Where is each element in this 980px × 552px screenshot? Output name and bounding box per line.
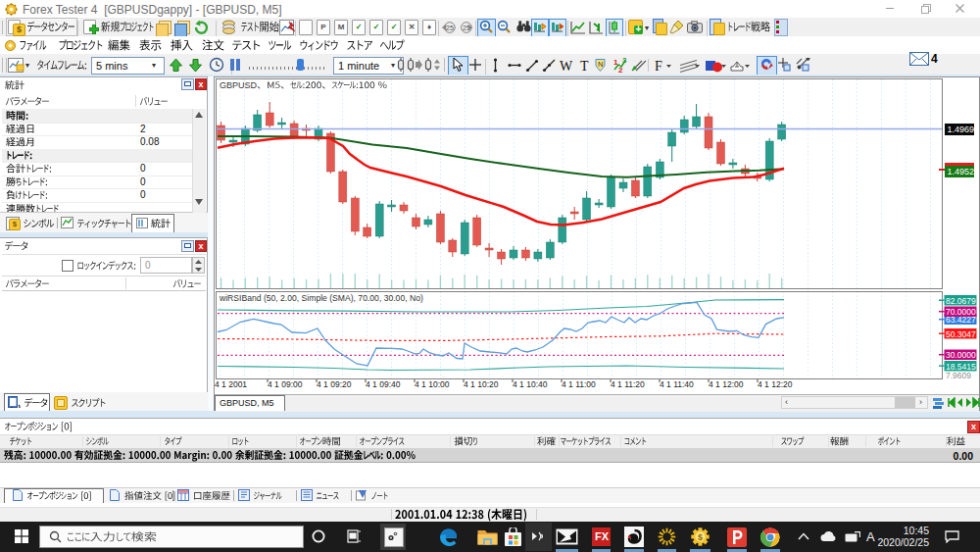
svg-text:4 1 12:00: 4 1 12:00 [709, 379, 744, 389]
svg-text:4 1 10:20: 4 1 10:20 [464, 379, 499, 389]
svg-text:N: N [598, 60, 603, 69]
svg-text:4 1 10:00: 4 1 10:00 [415, 379, 450, 389]
svg-text:82.0679: 82.0679 [946, 296, 976, 306]
svg-text:4 1 11:40: 4 1 11:40 [660, 379, 694, 389]
svg-text:7.9609: 7.9609 [946, 371, 971, 380]
svg-text:4 1 10:40: 4 1 10:40 [513, 379, 548, 389]
svg-text:T: T [580, 59, 589, 74]
svg-text:30.0000: 30.0000 [946, 350, 976, 360]
svg-text:18.5415: 18.5415 [946, 362, 976, 372]
svg-text:25: 25 [446, 25, 454, 32]
svg-text:4 1 09:20: 4 1 09:20 [317, 379, 352, 389]
svg-text:F: F [655, 59, 662, 74]
svg-text:$: $ [698, 532, 703, 542]
svg-text:GBPUSD: GBPUSD [220, 80, 258, 90]
svg-text:4 1 11:00: 4 1 11:00 [562, 379, 596, 389]
svg-text:70.0000: 70.0000 [946, 307, 976, 317]
svg-text:4 1 11:20: 4 1 11:20 [611, 379, 645, 389]
svg-text:2: 2 [618, 66, 623, 74]
svg-text:3: 3 [622, 57, 627, 65]
svg-text:W: W [560, 59, 573, 74]
svg-text:50.3047: 50.3047 [946, 329, 976, 339]
svg-text:1.4952: 1.4952 [948, 167, 975, 176]
svg-text:1.4969: 1.4969 [948, 125, 975, 134]
svg-text:4 1 2001: 4 1 2001 [215, 379, 247, 389]
svg-text:wiRSIBand (50, 2.00, Simple (S: wiRSIBand (50, 2.00, Simple (SMA), 70.00… [219, 293, 423, 303]
svg-text:4 1 12:20: 4 1 12:20 [758, 379, 793, 389]
svg-text:4 1 09:40: 4 1 09:40 [366, 379, 401, 389]
svg-text:4 1 09:00: 4 1 09:00 [268, 379, 303, 389]
